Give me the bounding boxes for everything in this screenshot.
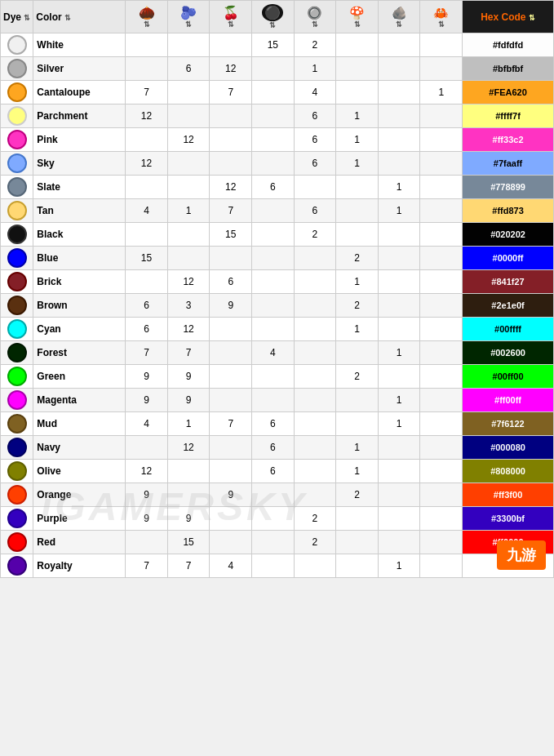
color-name-cell: Forest	[33, 341, 126, 365]
hex-code-cell: #ffd873	[463, 199, 554, 223]
col4-value	[252, 152, 295, 176]
col8-value	[420, 57, 463, 81]
col4-icon: ⚫	[262, 4, 283, 21]
hex-code-cell: #7faaff	[463, 152, 554, 176]
table-row: Forest7741#002600	[1, 341, 554, 365]
col5-value	[294, 176, 336, 199]
col5-value: 1	[294, 57, 336, 81]
col1-value	[126, 270, 168, 294]
hex-code-cell: #808000	[463, 460, 554, 483]
col1-header[interactable]: 🌰 ⇅	[126, 1, 168, 33]
sort-icon: ⇅	[354, 20, 361, 29]
col5-value: 2	[294, 223, 336, 247]
dye-table: Dye ⇅ Color ⇅ 🌰 ⇅ 🫐 ⇅	[0, 0, 554, 578]
sort-icon: ⇅	[24, 14, 30, 22]
col7-value	[378, 270, 420, 294]
table-row: Silver6121#bfbfbf	[1, 57, 554, 81]
dye-column-header[interactable]: Dye ⇅	[1, 1, 33, 33]
sort-icon: ⇅	[312, 20, 318, 29]
dye-icon-cell	[1, 199, 33, 223]
col3-icon: 🍒	[223, 5, 239, 20]
col5-value	[294, 389, 336, 412]
col6-value	[336, 57, 379, 81]
col2-value: 12	[167, 318, 210, 341]
dye-icon	[7, 153, 27, 173]
col2-value: 1	[167, 199, 210, 223]
col5-value: 6	[294, 105, 336, 128]
col8-value	[420, 483, 463, 507]
color-name-cell: Parchment	[33, 105, 126, 128]
col2-value: 15	[167, 531, 210, 554]
hex-code-cell: #00ffff	[463, 318, 554, 341]
col1-value: 7	[126, 341, 168, 365]
col8-header[interactable]: 🦀 ⇅	[420, 1, 463, 33]
color-name-cell: Mud	[33, 412, 126, 436]
dye-icon	[7, 59, 27, 78]
col2-header[interactable]: 🫐 ⇅	[167, 1, 210, 33]
dye-icon-cell	[1, 460, 33, 483]
col6-value: 1	[336, 270, 379, 294]
col3-value: 7	[210, 81, 252, 105]
col7-value: 1	[378, 341, 420, 365]
col4-value: 6	[252, 412, 295, 436]
col2-value: 6	[167, 57, 210, 81]
col8-value	[420, 33, 463, 57]
col3-value	[210, 318, 252, 341]
dye-icon	[7, 509, 27, 528]
col3-value: 12	[210, 57, 252, 81]
col2-value	[167, 176, 210, 199]
col6-value: 1	[336, 152, 379, 176]
col8-value	[420, 531, 463, 554]
col1-value	[126, 436, 168, 460]
color-name-cell: Cantaloupe	[33, 81, 126, 105]
hex-code-cell: #FEA620	[463, 81, 554, 105]
col5-icon: 🔘	[307, 6, 322, 20]
color-name-cell: White	[33, 33, 126, 57]
col7-value	[378, 81, 420, 105]
col3-value	[210, 436, 252, 460]
col2-value	[167, 105, 210, 128]
col3-value	[210, 105, 252, 128]
dye-icon	[7, 272, 27, 291]
col4-value	[252, 389, 295, 412]
col6-value	[336, 507, 379, 531]
col5-value	[294, 294, 336, 318]
hex-code-cell: #002600	[463, 341, 554, 365]
dye-icon-cell	[1, 105, 33, 128]
sort-icon: ⇅	[64, 14, 71, 22]
dye-icon-cell	[1, 270, 33, 294]
col5-value: 6	[294, 199, 336, 223]
col3-value: 4	[210, 554, 252, 578]
col6-header[interactable]: 🍄 ⇅	[336, 1, 379, 33]
col1-value	[126, 531, 168, 554]
col5-header[interactable]: 🔘 ⇅	[294, 1, 336, 33]
col5-value	[294, 247, 336, 270]
col3-value: 9	[210, 483, 252, 507]
col5-value: 2	[294, 507, 336, 531]
col3-value	[210, 531, 252, 554]
col3-header[interactable]: 🍒 ⇅	[210, 1, 252, 33]
dye-icon-cell	[1, 531, 33, 554]
col3-value: 7	[210, 412, 252, 436]
col8-value	[420, 318, 463, 341]
dye-icon-cell	[1, 365, 33, 389]
dye-icon-cell	[1, 554, 33, 578]
col4-value	[252, 507, 295, 531]
dye-icon-cell	[1, 81, 33, 105]
table-row: Sky1261#7faaff	[1, 152, 554, 176]
col6-value: 1	[336, 318, 379, 341]
col8-value	[420, 554, 463, 578]
col8-value	[420, 341, 463, 365]
hex-code-column-header[interactable]: Hex Code ⇅	[463, 1, 554, 33]
table-row: Mud41761#7f6122	[1, 412, 554, 436]
dye-icon-cell	[1, 483, 33, 507]
col7-header[interactable]: 🪨 ⇅	[378, 1, 420, 33]
col1-value	[126, 57, 168, 81]
col4-value	[252, 270, 295, 294]
color-name-cell: Brick	[33, 270, 126, 294]
col7-value	[378, 531, 420, 554]
dye-icon-cell	[1, 507, 33, 531]
dye-icon	[7, 177, 27, 197]
col4-header[interactable]: ⚫ ⇅	[252, 1, 295, 33]
color-column-header[interactable]: Color ⇅	[33, 1, 126, 33]
